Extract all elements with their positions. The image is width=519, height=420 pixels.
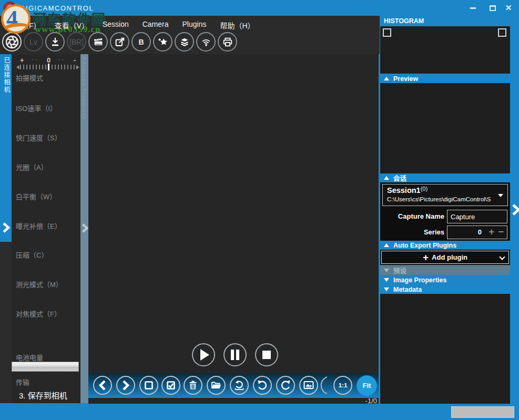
image-properties-header[interactable]: Image Properties — [380, 275, 510, 284]
menu-view[interactable]: 查看（V） — [48, 19, 96, 32]
bulb-label: B — [138, 38, 144, 46]
capture-name-label: Capture Name — [380, 212, 444, 220]
session-selector[interactable]: Session1(0) C:\Users\cs\Pictures\digiCam… — [382, 184, 508, 206]
collapse-up-icon — [384, 77, 389, 80]
capture-name-input[interactable] — [447, 210, 507, 223]
field-compression: 压缩（C） — [16, 250, 48, 260]
field-focus-mode: 对焦模式（F） — [16, 309, 61, 319]
menu-session[interactable]: Session — [96, 19, 136, 32]
minimize-button[interactable] — [467, 3, 479, 13]
pause-icon — [223, 343, 247, 366]
session-header[interactable]: 会话 — [380, 173, 510, 182]
layers-icon — [179, 36, 190, 48]
session-name: Session1 — [387, 186, 421, 194]
title-bar: ★ DIGICAMCONTROL ✕ — [0, 0, 519, 16]
rotate-right-button[interactable] — [276, 376, 295, 395]
expand-left-panel-icon[interactable] — [1, 221, 11, 234]
image-properties-title: Image Properties — [393, 276, 446, 284]
advanced-properties-label: Advanced Properties — [81, 56, 87, 120]
session-title: 会话 — [393, 173, 406, 183]
rotate-left-button[interactable] — [253, 376, 272, 395]
delete-button[interactable] — [184, 376, 202, 395]
main-viewport: 1:1 Fit -1/0 — [88, 54, 379, 405]
presets-header[interactable]: 预设 — [380, 266, 510, 275]
expand-right-panel-icon[interactable] — [510, 202, 519, 217]
next-image-button[interactable] — [116, 376, 135, 395]
menu-file[interactable]: 文件（F） — [0, 19, 48, 32]
collapse-up-icon — [384, 176, 389, 180]
histogram-header[interactable]: HISTOGRAM — [380, 16, 510, 26]
series-label: Series — [380, 228, 444, 236]
print-button[interactable] — [218, 32, 237, 52]
exposure-zero-label: 0 — [47, 56, 50, 64]
connected-camera-label: 已连接相机 — [2, 57, 11, 94]
histogram-left-checkbox[interactable] — [383, 28, 391, 37]
chevron-down-icon — [498, 194, 503, 197]
download-icon — [49, 36, 61, 48]
rotate-cw-icon — [279, 379, 292, 392]
chevron-left-icon — [97, 379, 108, 392]
bracketing-button[interactable]: [BR] — [67, 32, 86, 52]
app-window: ★ DIGICAMCONTROL ✕ 文件（F） 查看（V） Session C… — [0, 0, 519, 420]
transfer-mode-value[interactable]: 3. 保存到相机 — [19, 390, 67, 401]
zoom-100-button[interactable]: 1:1 — [333, 376, 352, 395]
advanced-properties-tab[interactable]: Advanced Properties — [80, 54, 88, 403]
series-value: 0 — [478, 228, 482, 236]
auto-export-header[interactable]: Auto Export Plugins — [380, 241, 510, 250]
field-exposure-comp: 曝光补偿（E） — [16, 221, 62, 231]
select-button[interactable] — [161, 376, 180, 395]
external-edit-button[interactable] — [110, 32, 129, 52]
capture-button[interactable] — [2, 32, 22, 52]
connected-camera-tab[interactable]: 已连接相机 — [0, 54, 12, 242]
star-plus-icon — [157, 36, 169, 48]
session-path: C:\Users\cs\Pictures\digiCamControl\S — [387, 196, 491, 202]
liveview-button[interactable]: Lv — [24, 32, 43, 52]
stop-icon — [255, 343, 278, 366]
deselect-button[interactable] — [139, 376, 158, 395]
series-decrement-button[interactable]: − — [498, 227, 504, 238]
menu-camera[interactable]: Camera — [136, 19, 176, 32]
auto-export-body: + Add plugin — [380, 250, 510, 265]
menu-help[interactable]: 帮助（H） — [213, 19, 261, 32]
timelapse-button[interactable] — [88, 32, 108, 52]
series-input[interactable]: 0 + − — [447, 226, 507, 239]
play-icon — [192, 343, 215, 366]
previous-image-button[interactable] — [93, 376, 112, 395]
play-button[interactable] — [192, 343, 215, 366]
favorite-button[interactable] — [153, 32, 172, 52]
histogram-body — [380, 26, 510, 74]
series-increment-button[interactable]: + — [489, 227, 494, 238]
transfer-button[interactable] — [45, 32, 65, 52]
field-shooting-mode: 拍摄模式 — [16, 73, 43, 83]
maximize-button[interactable] — [487, 3, 498, 13]
preview-header[interactable]: Preview — [380, 74, 510, 83]
menu-plugins[interactable]: Plugins — [176, 19, 213, 32]
layers-button[interactable] — [175, 32, 194, 52]
histogram-title: HISTOGRAM — [384, 17, 424, 25]
add-plugin-label: Add plugin — [432, 253, 467, 261]
wifi-button[interactable] — [196, 32, 216, 52]
app-logo-icon: ★ — [3, 2, 16, 15]
pause-button[interactable] — [223, 343, 247, 366]
liveview-label: Lv — [29, 38, 37, 46]
session-count: (0) — [421, 186, 428, 192]
image-icon — [302, 379, 315, 392]
restore-import-button[interactable] — [230, 376, 249, 395]
right-panel-empty-body — [380, 294, 510, 404]
histogram-right-checkbox[interactable] — [498, 28, 506, 37]
metadata-header[interactable]: Metadata — [380, 285, 510, 294]
presets-title: 预设 — [393, 265, 406, 275]
add-plugin-button[interactable]: + Add plugin — [381, 251, 509, 264]
image-view-button[interactable] — [299, 376, 318, 395]
zoom-fit-button[interactable]: Fit — [357, 375, 377, 396]
exposure-compensation-slider[interactable]: + ·· 0 ·· - — [20, 56, 76, 69]
battery-label: 电池电量 — [16, 352, 43, 362]
bulb-button[interactable]: B — [131, 32, 151, 52]
stop-button[interactable] — [255, 343, 278, 366]
left-edge-strip — [0, 242, 12, 403]
field-aperture: 光圈（A） — [16, 162, 48, 172]
close-button[interactable]: ✕ — [503, 3, 514, 13]
open-folder-button[interactable] — [207, 376, 226, 395]
top-bar: 文件（F） 查看（V） Session Camera Plugins 帮助（H） — [0, 16, 380, 54]
exposure-ruler[interactable] — [20, 65, 76, 69]
